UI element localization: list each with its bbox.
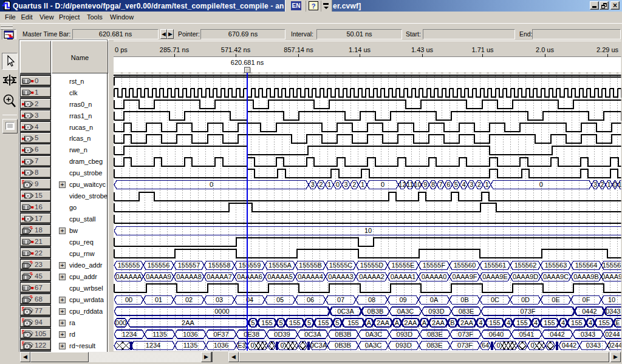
svg-text:9: 9 <box>423 181 427 188</box>
svg-text:083E: 083E <box>427 331 443 338</box>
svg-text:11: 11 <box>406 181 413 188</box>
svg-text:0: 0 <box>539 181 543 188</box>
svg-text:2: 2 <box>319 181 323 188</box>
svg-text:05: 05 <box>276 296 284 303</box>
svg-text:0F37: 0F37 <box>213 331 228 338</box>
svg-text:1.43 us: 1.43 us <box>411 46 434 53</box>
svg-text:0C3A: 0C3A <box>310 342 327 349</box>
svg-text:1.71 us: 1.71 us <box>471 46 494 53</box>
svg-text:0A: 0A <box>430 296 439 303</box>
svg-text:0244: 0244 <box>607 342 622 349</box>
svg-text:0C3A: 0C3A <box>337 308 354 315</box>
svg-text:0AAAA4: 0AAAA4 <box>298 273 323 280</box>
svg-text:2AA: 2AA <box>460 319 473 326</box>
svg-text:5: 5 <box>279 319 282 326</box>
svg-text:1036: 1036 <box>183 331 197 338</box>
svg-text:15555C: 15555C <box>329 261 353 269</box>
svg-text:0AAAA1: 0AAAA1 <box>391 273 416 280</box>
svg-text:2.0 us: 2.0 us <box>536 46 554 53</box>
svg-text:0F: 0F <box>583 296 590 303</box>
svg-text:0AAA9: 0AAA9 <box>601 273 622 280</box>
svg-text:1: 1 <box>485 181 488 188</box>
svg-text:0541: 0541 <box>519 331 534 338</box>
svg-text:15555B: 15555B <box>299 261 322 269</box>
svg-text:571.42 ns: 571.42 ns <box>221 46 251 53</box>
svg-text:1135: 1135 <box>183 342 198 349</box>
svg-text:3: 3 <box>593 181 597 188</box>
svg-text:1234: 1234 <box>122 331 137 338</box>
svg-text:0343: 0343 <box>581 331 595 338</box>
svg-text:15556: 15556 <box>603 261 621 269</box>
svg-text:155560: 155560 <box>454 261 476 269</box>
svg-text:093D: 093D <box>428 308 444 315</box>
svg-text:0: 0 <box>496 342 500 349</box>
svg-text:2: 2 <box>600 181 604 188</box>
svg-text:155: 155 <box>347 319 358 326</box>
svg-text:1.14 us: 1.14 us <box>349 46 371 53</box>
svg-text:0B: 0B <box>460 296 468 303</box>
svg-text:08: 08 <box>368 296 375 303</box>
svg-text:0D: 0D <box>521 296 530 303</box>
svg-text:0A3C: 0A3C <box>366 331 383 338</box>
svg-text:000: 000 <box>115 319 126 326</box>
svg-text:02: 02 <box>185 296 193 303</box>
svg-text:0: 0 <box>530 342 534 349</box>
svg-text:0AAA9D: 0AAA9D <box>513 273 538 280</box>
svg-text:0AAA9E: 0AAA9E <box>482 273 508 280</box>
svg-text:0: 0 <box>280 342 284 349</box>
svg-text:155557: 155557 <box>178 261 200 269</box>
svg-text:4: 4 <box>561 319 565 326</box>
svg-text:4: 4 <box>534 319 538 326</box>
svg-text:A: A <box>422 319 427 326</box>
svg-text:0B3B: 0B3B <box>367 308 384 315</box>
svg-text:0000: 0000 <box>214 308 229 315</box>
svg-text:5: 5 <box>335 319 339 326</box>
svg-text:857.14 ns: 857.14 ns <box>284 46 313 53</box>
svg-text:3: 3 <box>344 181 348 188</box>
svg-text:093D: 093D <box>397 331 412 338</box>
svg-text:2AA: 2AA <box>405 319 417 326</box>
svg-text:0AAA9F: 0AAA9F <box>453 273 477 280</box>
svg-text:0343: 0343 <box>606 308 620 315</box>
svg-text:4: 4 <box>462 181 465 188</box>
svg-text:7: 7 <box>439 181 443 188</box>
svg-text:A: A <box>395 319 400 326</box>
svg-text:0AAAAA: 0AAAAA <box>116 273 142 280</box>
svg-text:2AA: 2AA <box>377 319 389 326</box>
svg-text:155555: 155555 <box>118 261 140 269</box>
svg-text:4: 4 <box>507 319 510 326</box>
svg-text:073F: 073F <box>520 308 535 315</box>
svg-text:155563: 155563 <box>545 261 567 269</box>
svg-text:155: 155 <box>516 319 527 326</box>
svg-text:2AA: 2AA <box>182 319 194 326</box>
svg-text:1: 1 <box>327 181 331 188</box>
svg-text:0: 0 <box>381 181 384 188</box>
svg-text:03: 03 <box>216 296 223 303</box>
svg-text:0AAAA0: 0AAAA0 <box>422 273 447 280</box>
svg-text:0: 0 <box>210 181 213 188</box>
svg-text:155: 155 <box>261 319 272 326</box>
svg-text:155561: 155561 <box>484 261 507 269</box>
svg-text:5: 5 <box>454 181 458 188</box>
svg-text:4: 4 <box>589 319 592 326</box>
svg-text:0C: 0C <box>491 296 499 303</box>
svg-text:E3: E3 <box>238 342 245 349</box>
svg-text:15555A: 15555A <box>268 261 292 269</box>
svg-text:155: 155 <box>598 319 609 326</box>
svg-text:0AAAA7: 0AAAA7 <box>207 273 232 280</box>
svg-text:155558: 155558 <box>208 261 231 269</box>
svg-text:0AAA9B: 0AAA9B <box>573 273 599 280</box>
svg-text:10: 10 <box>414 181 421 188</box>
svg-text:1: 1 <box>361 181 364 188</box>
svg-text:0A3C: 0A3C <box>365 342 382 349</box>
svg-text:6: 6 <box>446 181 450 188</box>
svg-text:0AAAA9: 0AAAA9 <box>146 273 171 280</box>
svg-text:4: 4 <box>479 319 482 326</box>
svg-text:10: 10 <box>608 296 615 303</box>
svg-text:0AAAA2: 0AAAA2 <box>359 273 384 280</box>
svg-text:0E: 0E <box>552 296 559 303</box>
svg-text:155: 155 <box>571 319 582 326</box>
svg-text:64: 64 <box>482 342 489 349</box>
svg-text:2: 2 <box>352 181 356 188</box>
svg-text:155: 155 <box>489 319 500 326</box>
